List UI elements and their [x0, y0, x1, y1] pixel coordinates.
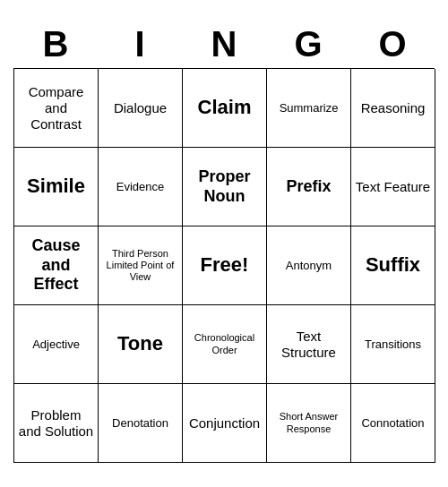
bingo-grid: Compare and ContrastDialogueClaimSummari… [13, 68, 435, 463]
letter-g: G [269, 24, 348, 64]
bingo-cell-8[interactable]: Prefix [267, 148, 351, 226]
bingo-cell-22[interactable]: Conjunction [183, 384, 267, 463]
bingo-cell-18[interactable]: Text Structure [267, 305, 351, 384]
letter-b: B [16, 24, 95, 64]
bingo-cell-7[interactable]: Proper Noun [183, 148, 267, 226]
bingo-cell-17[interactable]: Chronological Order [183, 305, 267, 384]
letter-n: N [185, 24, 263, 64]
bingo-cell-20[interactable]: Problem and Solution [14, 384, 99, 463]
bingo-cell-24[interactable]: Connotation [351, 384, 435, 463]
bingo-cell-4[interactable]: Reasoning [351, 69, 435, 148]
bingo-card: B I N G O Compare and ContrastDialogueCl… [4, 15, 444, 472]
bingo-cell-3[interactable]: Summarize [267, 69, 351, 148]
bingo-cell-2[interactable]: Claim [183, 69, 267, 148]
bingo-cell-14[interactable]: Suffix [351, 226, 435, 305]
bingo-cell-5[interactable]: Simile [14, 148, 99, 226]
bingo-cell-1[interactable]: Dialogue [99, 69, 183, 148]
bingo-cell-19[interactable]: Transitions [351, 305, 435, 384]
bingo-cell-6[interactable]: Evidence [99, 148, 183, 226]
bingo-header: B I N G O [13, 24, 435, 64]
bingo-cell-12[interactable]: Free! [183, 226, 267, 305]
bingo-cell-21[interactable]: Denotation [99, 384, 183, 463]
letter-i: I [100, 24, 179, 64]
bingo-cell-16[interactable]: Tone [99, 305, 183, 384]
bingo-cell-13[interactable]: Antonym [267, 226, 351, 305]
bingo-cell-0[interactable]: Compare and Contrast [14, 69, 99, 148]
bingo-cell-23[interactable]: Short Answer Response [267, 384, 351, 463]
bingo-cell-9[interactable]: Text Feature [351, 148, 435, 226]
bingo-cell-15[interactable]: Adjective [14, 305, 99, 384]
letter-o: O [353, 24, 432, 64]
bingo-cell-10[interactable]: Cause and Effect [14, 226, 99, 305]
bingo-cell-11[interactable]: Third Person Limited Point of View [99, 226, 183, 305]
